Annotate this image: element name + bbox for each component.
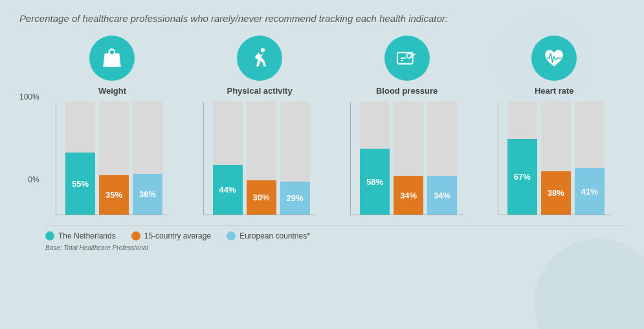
bar-fill-physical-activity-2: 29% bbox=[280, 182, 310, 215]
legend-dot-european bbox=[227, 231, 236, 240]
legend-netherlands: The Netherlands bbox=[45, 231, 116, 240]
bar-fill-blood-pressure-2: 34% bbox=[427, 176, 457, 215]
y-axis-top: 100% bbox=[19, 92, 39, 101]
bar-fill-weight-0: 55% bbox=[65, 153, 95, 215]
bar-physical-activity-1: 30% bbox=[247, 101, 276, 215]
chart-label-weight: Weight bbox=[98, 86, 126, 96]
chart-group-blood-pressure: Blood pressure58%34%34% bbox=[337, 36, 478, 215]
bar-fill-weight-2: 36% bbox=[133, 174, 162, 215]
bar-weight-0: 55% bbox=[65, 101, 95, 215]
bar-fill-heart-rate-1: 38% bbox=[541, 171, 571, 215]
bar-blood-pressure-1: 34% bbox=[394, 101, 423, 215]
bar-fill-heart-rate-2: 41% bbox=[575, 168, 605, 215]
legend-european: European countries* bbox=[227, 231, 310, 240]
bar-fill-blood-pressure-1: 34% bbox=[394, 176, 423, 215]
chart-label-heart-rate: Heart rate bbox=[535, 86, 574, 96]
page-title: Percentage of healthcare professionals w… bbox=[19, 13, 625, 24]
bar-heart-rate-0: 67% bbox=[507, 101, 537, 215]
bars-blood-pressure: 58%34%34% bbox=[350, 102, 463, 215]
y-axis-bottom: 0% bbox=[28, 175, 39, 184]
bars-physical-activity: 44%30%29% bbox=[203, 102, 316, 215]
base-note: Base: Total Healthcare Professional bbox=[45, 244, 625, 251]
legend-label-european: European countries* bbox=[239, 231, 310, 240]
bar-blood-pressure-0: 58% bbox=[360, 101, 390, 215]
bars-heart-rate: 67%38%41% bbox=[498, 102, 611, 215]
legend-dot-netherlands bbox=[45, 231, 54, 240]
bar-fill-blood-pressure-0: 58% bbox=[360, 149, 390, 215]
legend-dot-average bbox=[131, 231, 140, 240]
chart-group-heart-rate: Heart rate67%38%41% bbox=[483, 36, 625, 215]
bar-weight-2: 36% bbox=[133, 101, 162, 215]
bar-weight-1: 35% bbox=[99, 101, 129, 215]
bars-weight: 55%35%36% bbox=[56, 102, 169, 215]
legend-label-netherlands: The Netherlands bbox=[58, 231, 116, 240]
chart-group-weight: Weight55%35%36% bbox=[42, 36, 183, 215]
bar-fill-physical-activity-1: 30% bbox=[247, 180, 276, 215]
icon-blood-pressure bbox=[384, 36, 430, 81]
bar-fill-heart-rate-0: 67% bbox=[507, 139, 537, 215]
chart-label-physical-activity: Physical activity bbox=[227, 86, 292, 96]
bar-fill-physical-activity-0: 44% bbox=[213, 165, 243, 215]
bar-heart-rate-1: 38% bbox=[541, 101, 571, 215]
svg-point-0 bbox=[261, 48, 265, 52]
icon-heart-rate bbox=[531, 36, 577, 81]
bar-blood-pressure-2: 34% bbox=[427, 101, 457, 215]
bar-physical-activity-2: 29% bbox=[280, 101, 310, 215]
bar-fill-weight-1: 35% bbox=[99, 175, 129, 215]
bar-physical-activity-0: 44% bbox=[213, 101, 243, 215]
svg-line-4 bbox=[414, 54, 415, 56]
chart-group-physical-activity: Physical activity44%30%29% bbox=[189, 36, 330, 215]
legend-average: 15-country average bbox=[131, 231, 211, 240]
bar-heart-rate-2: 41% bbox=[575, 101, 605, 215]
icon-weight bbox=[89, 36, 135, 81]
legend-label-average: 15-country average bbox=[144, 231, 211, 240]
legend: The Netherlands 15-country average Europ… bbox=[45, 226, 625, 240]
chart-label-blood-pressure: Blood pressure bbox=[376, 86, 438, 96]
icon-physical-activity bbox=[237, 36, 282, 81]
